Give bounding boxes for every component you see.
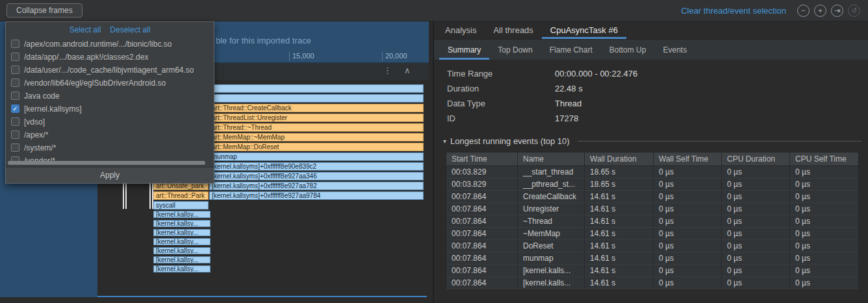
- filter-item[interactable]: /vendor/lib64/egl/eglSubDriverAndroid.so: [6, 77, 214, 90]
- table-cell: 14.61 s: [585, 265, 654, 277]
- table-cell: 0 µs: [654, 265, 722, 277]
- deselect-all-link[interactable]: Deselect all: [110, 25, 150, 34]
- table-cell: 0 µs: [790, 178, 858, 191]
- table-row[interactable]: 00:07.864[kernel.kalls...14.61 s0 µs0 µs…: [446, 265, 858, 277]
- column-header[interactable]: CPU Self Time: [790, 152, 858, 166]
- summary-row: Data TypeThread: [434, 96, 868, 111]
- tab-cpuasynctask-6[interactable]: CpuAsyncTask #6: [542, 21, 626, 39]
- collapse-frames-button[interactable]: Collapse frames: [6, 3, 83, 18]
- flame-bar[interactable]: art::MemMap::~MemMap: [209, 133, 424, 141]
- table-cell: 0 µs: [654, 191, 722, 203]
- table-row[interactable]: 00:07.864munmap14.61 s0 µs0 µs0 µs: [446, 252, 858, 265]
- checkbox[interactable]: [11, 66, 19, 74]
- checkbox[interactable]: [11, 143, 19, 152]
- tab-events[interactable]: Events: [654, 40, 695, 60]
- filter-item-label: /apex/*: [24, 130, 48, 139]
- table-row[interactable]: 00:03.829__pthread_st...18.65 s0 µs0 µs0…: [446, 178, 858, 191]
- flame-bar[interactable]: [kernel.kallsy...: [153, 265, 211, 273]
- table-cell: 00:07.864: [446, 191, 518, 203]
- tab-top-down[interactable]: Top Down: [489, 40, 541, 60]
- table-cell: 0 µs: [790, 277, 858, 289]
- profiler-window: Collapse frames Clear thread/event selec…: [0, 0, 868, 303]
- table-row[interactable]: 00:07.864~MemMap14.61 s0 µs0 µs0 µs: [446, 228, 858, 240]
- table-cell: 14.61 s: [585, 252, 654, 265]
- table-row[interactable]: 00:07.864Unregister14.61 s0 µs0 µs0 µs: [446, 203, 858, 215]
- flame-bar[interactable]: [kernel.kallsy...: [153, 220, 211, 227]
- zoom-to-selection-icon[interactable]: ⇥: [831, 5, 843, 17]
- zoom-out-icon[interactable]: −: [797, 5, 810, 17]
- flame-bar[interactable]: art::ThreadList::Unregister: [209, 114, 424, 122]
- checkbox[interactable]: [11, 130, 19, 139]
- column-header[interactable]: Wall Self Time: [654, 152, 722, 166]
- flame-bar[interactable]: [kernel.kallsyms]+0xffffff8e927aa9784: [209, 191, 424, 200]
- flame-bar[interactable]: [209, 94, 424, 103]
- timeline-tick: 20,000: [382, 52, 407, 61]
- filter-item[interactable]: /data/user/.../code_cache/libjvmtiagent_…: [6, 64, 214, 77]
- flame-bar[interactable]: art::Thread::CreateCallback: [209, 104, 424, 112]
- table-cell: 0 µs: [790, 203, 858, 215]
- filter-item[interactable]: /apex/*: [6, 128, 214, 141]
- tab-analysis[interactable]: Analysis: [437, 21, 485, 39]
- table-cell: 14.61 s: [585, 191, 654, 203]
- horizontal-scrollbar[interactable]: [8, 161, 205, 165]
- flame-bar[interactable]: [kernel.kallsy...: [153, 256, 211, 263]
- checkbox[interactable]: [11, 53, 19, 61]
- checkbox[interactable]: [11, 117, 19, 126]
- table-row[interactable]: 00:07.864~Thread14.61 s0 µs0 µs0 µs: [446, 215, 858, 228]
- filter-item[interactable]: /system/*: [6, 141, 214, 154]
- column-header[interactable]: Name: [518, 152, 585, 166]
- apply-button[interactable]: Apply: [6, 167, 214, 183]
- more-options-icon[interactable]: ⋮: [383, 66, 392, 75]
- flame-bar[interactable]: syscall: [153, 201, 209, 210]
- checkbox[interactable]: [11, 91, 19, 100]
- tab-summary[interactable]: Summary: [439, 40, 489, 60]
- tab-all-threads[interactable]: All threads: [485, 21, 541, 39]
- filter-popup-links: Select all Deselect all: [6, 22, 214, 38]
- table-cell: 0 µs: [654, 240, 722, 252]
- table-cell: 00:07.864: [446, 215, 518, 228]
- summary-value: 22.48 s: [555, 84, 583, 93]
- filter-item[interactable]: /data/app/.../base.apk!/classes2.dex: [6, 51, 214, 64]
- zoom-in-icon[interactable]: +: [814, 5, 826, 17]
- column-header[interactable]: CPU Duration: [722, 152, 790, 166]
- table-cell: 00:07.864: [446, 240, 518, 252]
- flame-bar[interactable]: [kernel.kallsy...: [153, 211, 211, 218]
- table-cell: 0 µs: [722, 215, 790, 228]
- flame-bar[interactable]: art::Thread::Park: [153, 191, 209, 200]
- flame-bar[interactable]: [kernel.kallsy...: [153, 229, 211, 236]
- collapse-panel-icon[interactable]: ∧: [404, 66, 411, 75]
- tab-bottom-up[interactable]: Bottom Up: [601, 40, 655, 60]
- table-cell: 0 µs: [790, 191, 858, 203]
- filter-item[interactable]: [vdso]: [6, 115, 214, 128]
- flame-bar[interactable]: [kernel.kallsyms]+0xffffff8e927aa346: [209, 172, 424, 180]
- column-header[interactable]: Start Time: [446, 152, 518, 166]
- clear-selection-link[interactable]: Clear thread/event selection: [681, 6, 786, 16]
- filter-item[interactable]: ✓[kernel.kallsyms]: [6, 103, 214, 115]
- flame-bar[interactable]: [kernel.kallsy...: [153, 238, 211, 245]
- flame-bar[interactable]: art::Thread::~Thread: [209, 123, 424, 132]
- table-cell: 14.61 s: [585, 215, 654, 228]
- filter-item[interactable]: /apex/com.android.runtime/.../bionic/lib…: [6, 38, 214, 51]
- table-row[interactable]: 00:03.829__start_thread18.65 s0 µs0 µs0 …: [446, 166, 858, 178]
- flame-bar[interactable]: [kernel.kallsy...: [153, 247, 211, 254]
- filter-item-label: [kernel.kallsyms]: [24, 104, 82, 114]
- flame-bar[interactable]: [kernel.kallsyms]+0xffffff8e90e839c2: [209, 162, 424, 171]
- table-row[interactable]: 00:07.864[kernel.kalls...14.61 s0 µs0 µs…: [446, 277, 858, 289]
- filter-item[interactable]: Java code: [6, 90, 214, 103]
- checkbox[interactable]: [11, 79, 19, 87]
- checkbox[interactable]: [11, 40, 19, 48]
- column-header[interactable]: Wall Duration: [585, 152, 654, 166]
- timeline-tick: 15,000: [289, 52, 314, 61]
- table-row[interactable]: 00:07.864CreateCallback14.61 s0 µs0 µs0 …: [446, 191, 858, 203]
- events-section-header[interactable]: ▾ Longest running events (top 10): [443, 136, 862, 146]
- summary-row: ID17278: [434, 111, 868, 126]
- flame-bar[interactable]: art::MemMap::DoReset: [209, 143, 424, 151]
- tab-flame-chart[interactable]: Flame Chart: [541, 40, 601, 60]
- flame-bar[interactable]: [kernel.kallsyms]+0xffffff8e927aa782: [209, 182, 424, 190]
- flame-bar[interactable]: [209, 84, 424, 93]
- checkbox[interactable]: ✓: [11, 104, 19, 113]
- flame-bar[interactable]: munmap: [209, 152, 424, 161]
- table-row[interactable]: 00:07.864DoReset14.61 s0 µs0 µs0 µs: [446, 240, 858, 252]
- reset-zoom-icon[interactable]: ↺: [848, 5, 860, 17]
- select-all-link[interactable]: Select all: [70, 25, 101, 34]
